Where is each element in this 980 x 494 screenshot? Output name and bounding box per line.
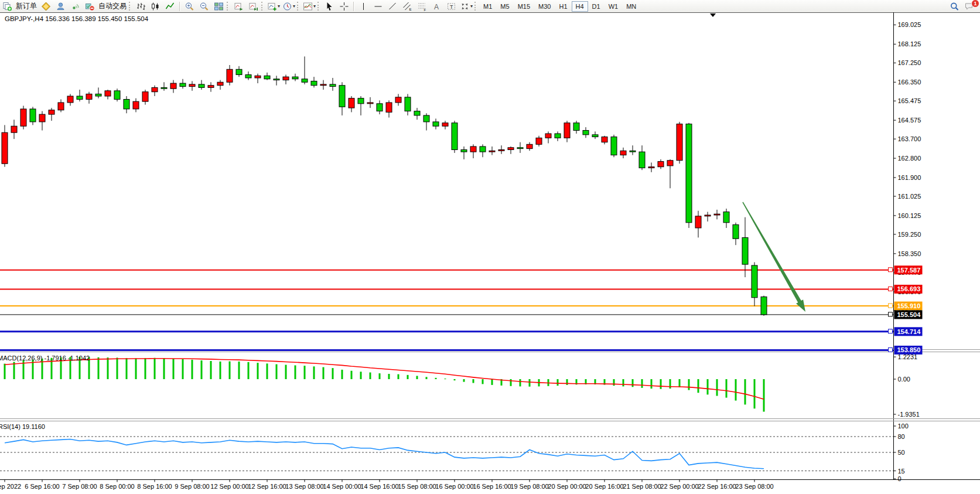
new-chart-button[interactable]: ▾ <box>266 1 281 12</box>
candle[interactable] <box>320 84 326 86</box>
candle[interactable] <box>105 91 111 96</box>
candle[interactable] <box>152 87 158 91</box>
candle[interactable] <box>377 104 383 111</box>
candle[interactable] <box>386 103 392 112</box>
tab-timeframe-h1[interactable]: H1 <box>555 1 571 12</box>
equidistant-channel-button[interactable]: E <box>400 1 415 12</box>
candle[interactable] <box>545 134 551 138</box>
tab-timeframe-m30[interactable]: M30 <box>534 1 555 12</box>
candle[interactable] <box>227 69 233 82</box>
candle[interactable] <box>21 109 26 126</box>
periods-button[interactable]: ▾ <box>281 1 296 12</box>
candle[interactable] <box>161 87 167 88</box>
new-order-label[interactable]: 新订单 <box>16 1 37 11</box>
autotrading-button[interactable] <box>83 1 97 12</box>
crosshair-button[interactable] <box>337 1 351 12</box>
candle[interactable] <box>461 149 467 152</box>
candle[interactable] <box>752 265 757 298</box>
chat-button[interactable]: 1 <box>962 1 976 12</box>
candle[interactable] <box>330 84 336 87</box>
candlestick-chart-button[interactable] <box>148 1 163 12</box>
bar-chart-button[interactable] <box>134 1 148 12</box>
candle[interactable] <box>349 98 354 108</box>
auto-scroll-button[interactable] <box>231 1 246 12</box>
candle[interactable] <box>583 131 589 135</box>
zoom-in-button[interactable] <box>182 1 197 12</box>
candle[interactable] <box>714 214 720 215</box>
candle[interactable] <box>302 79 308 82</box>
candle[interactable] <box>620 151 626 155</box>
candle[interactable] <box>11 126 17 132</box>
tile-windows-button[interactable] <box>211 1 226 12</box>
candle[interactable] <box>733 224 739 239</box>
candle[interactable] <box>761 297 767 314</box>
candle[interactable] <box>236 69 242 74</box>
candle[interactable] <box>592 135 598 137</box>
tab-timeframe-m1[interactable]: M1 <box>479 1 496 12</box>
candle[interactable] <box>133 101 139 109</box>
candle[interactable] <box>695 216 701 228</box>
candle[interactable] <box>2 132 8 163</box>
candle[interactable] <box>602 137 607 142</box>
candle[interactable] <box>489 151 495 152</box>
candle[interactable] <box>358 98 364 104</box>
candle[interactable] <box>414 111 420 115</box>
candle[interactable] <box>170 83 176 88</box>
candle[interactable] <box>264 76 270 79</box>
line-anchor-square[interactable] <box>889 312 893 316</box>
candle[interactable] <box>705 215 711 216</box>
candle[interactable] <box>723 212 729 223</box>
candle[interactable] <box>30 109 36 122</box>
candle[interactable] <box>433 122 439 126</box>
trendline-button[interactable] <box>385 1 400 12</box>
line-anchor-square[interactable] <box>889 304 893 308</box>
candle[interactable] <box>189 84 195 87</box>
metaeditor-button[interactable] <box>39 1 53 12</box>
arrows-button[interactable]: ▾ <box>459 1 474 12</box>
autotrading-label[interactable]: 自动交易 <box>98 1 127 11</box>
tab-timeframe-mn[interactable]: MN <box>622 1 640 12</box>
candle[interactable] <box>49 110 54 114</box>
candle[interactable] <box>611 137 617 155</box>
macd-panel[interactable] <box>4 357 765 411</box>
mql5-community-button[interactable] <box>53 1 68 12</box>
signals-button[interactable] <box>68 1 83 12</box>
text-label-button[interactable]: T <box>444 1 459 12</box>
cursor-button[interactable] <box>322 1 337 12</box>
tab-timeframe-m5[interactable]: M5 <box>496 1 513 12</box>
candle[interactable] <box>292 77 298 79</box>
tab-timeframe-d1[interactable]: D1 <box>588 1 605 12</box>
candle[interactable] <box>283 77 289 80</box>
line-chart-button[interactable] <box>163 1 177 12</box>
candle[interactable] <box>395 97 401 103</box>
candle[interactable] <box>114 91 120 100</box>
candle[interactable] <box>517 148 523 149</box>
fibonacci-button[interactable]: F <box>415 1 429 12</box>
candle[interactable] <box>658 162 664 167</box>
candle[interactable] <box>39 114 45 122</box>
candle[interactable] <box>180 83 186 86</box>
candle[interactable] <box>217 82 223 85</box>
candle[interactable] <box>86 94 92 99</box>
candle[interactable] <box>536 138 542 144</box>
candle[interactable] <box>677 124 682 161</box>
candle[interactable] <box>452 123 457 150</box>
candle[interactable] <box>667 161 673 166</box>
candle[interactable] <box>274 79 279 80</box>
candle[interactable] <box>424 115 429 122</box>
candle[interactable] <box>124 100 129 109</box>
candle[interactable] <box>67 96 73 103</box>
candles-layer[interactable] <box>2 56 767 316</box>
candle[interactable] <box>648 167 654 168</box>
candle[interactable] <box>405 97 411 111</box>
candle[interactable] <box>508 148 514 150</box>
candle[interactable] <box>639 152 645 168</box>
line-anchor-square[interactable] <box>889 347 893 352</box>
candle[interactable] <box>142 92 148 101</box>
chart-shift-button[interactable] <box>246 1 261 12</box>
rsi-panel[interactable] <box>0 437 893 471</box>
candle[interactable] <box>95 94 101 96</box>
candle[interactable] <box>77 96 83 99</box>
candle[interactable] <box>630 151 636 152</box>
candle[interactable] <box>498 149 504 151</box>
